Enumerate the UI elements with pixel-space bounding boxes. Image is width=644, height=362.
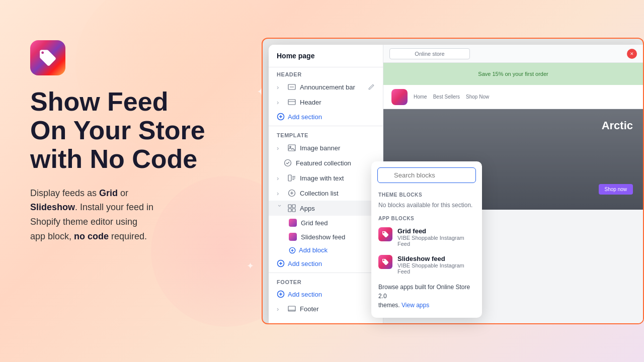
- template-add-section-btn[interactable]: Add section: [269, 256, 383, 270]
- footer-add-section-label: Add section: [288, 291, 322, 298]
- store-nav-links: Home Best Sellers Shop Now: [414, 94, 489, 100]
- tag-icon-slideshow: [381, 258, 389, 266]
- header-label: Header: [300, 99, 375, 106]
- footer-icon: [288, 305, 296, 313]
- grid-feed-app-icon: [289, 219, 297, 227]
- sidebar-item-header[interactable]: › Header: [269, 95, 383, 110]
- bold-no-code: no code: [74, 231, 109, 241]
- sidebar-home-page: Home page: [269, 45, 383, 67]
- collection-list-label: Collection list: [300, 190, 375, 197]
- slideshow-feed-app-icon: [289, 233, 297, 241]
- plus-icon-header: [277, 113, 285, 121]
- dropdown-grid-feed-item[interactable]: Grid feed VIBE Shoppable Instagram Feed: [371, 223, 482, 251]
- svg-point-8: [290, 146, 291, 147]
- chevron-down-icon: ›: [277, 205, 284, 212]
- plus-icon-template: [277, 259, 285, 267]
- footer-add-section-btn[interactable]: Add section: [269, 287, 383, 301]
- sidebar-nested-slideshow-feed[interactable]: Slideshow feed: [269, 230, 383, 244]
- sidebar-item-image-banner[interactable]: › Image banner: [269, 140, 383, 155]
- dropdown-slideshow-feed-info: Slideshow feed VIBE Shoppable Instagram …: [397, 255, 475, 275]
- app-icon: [30, 40, 65, 75]
- dropdown-grid-feed-name: Grid feed: [397, 227, 475, 235]
- preview-close-btn[interactable]: ✕: [627, 49, 637, 59]
- section-label-header: Header: [269, 67, 383, 79]
- view-apps-link[interactable]: View apps: [401, 302, 429, 309]
- tag-icon-grid: [381, 230, 389, 238]
- header-add-section-label: Add section: [288, 113, 322, 121]
- search-input-wrap: [371, 161, 482, 189]
- chevron-right-icon-3: ›: [277, 144, 284, 151]
- svg-rect-17: [288, 205, 291, 208]
- image-banner-label: Image banner: [300, 144, 375, 152]
- nav-best-sellers: Best Sellers: [433, 94, 460, 100]
- left-panel: Show FeedOn Your Storewith No Code Displ…: [30, 40, 262, 244]
- store-banner: Save 15% on your first order: [383, 63, 643, 85]
- dropdown-grid-feed-sub: VIBE Shoppable Instagram Feed: [397, 235, 475, 247]
- preview-url-bar: Online store: [389, 48, 470, 59]
- add-block-label: Add block: [299, 246, 328, 254]
- template-add-section-label: Add section: [288, 260, 322, 267]
- dropdown-slideshow-feed-name: Slideshow feed: [397, 255, 475, 262]
- browser-area: Home page Header › Announcement bar ›: [262, 38, 644, 324]
- sidebar-item-apps[interactable]: › Apps: [269, 201, 383, 216]
- edit-icon[interactable]: [368, 83, 375, 90]
- bold-slideshow: Slideshow: [30, 202, 75, 212]
- theme-blocks-title: THEME BLOCKS: [371, 189, 482, 200]
- dropdown-grid-feed-info: Grid feed VIBE Shoppable Instagram Feed: [397, 227, 475, 247]
- store-cta-btn[interactable]: Shop now: [599, 184, 633, 195]
- store-hero-title: Arctic: [602, 119, 633, 132]
- bold-grid: Grid: [99, 188, 118, 198]
- plus-icon-footer: [277, 290, 285, 298]
- main-description: Display feeds as Grid or Slideshow. Inst…: [30, 186, 226, 244]
- sparkle-3: ✦: [247, 260, 254, 272]
- section-label-template: Template: [269, 128, 383, 140]
- store-logo: [391, 89, 408, 105]
- search-blocks-dropdown: THEME BLOCKS No blocks available for thi…: [371, 161, 482, 318]
- dropdown-browse-text: Browse apps built for Online Store 2.0th…: [371, 279, 482, 312]
- dropdown-slideshow-feed-item[interactable]: Slideshow feed VIBE Shoppable Instagram …: [371, 251, 482, 279]
- announcement-bar-icon: [288, 83, 296, 91]
- chevron-right-icon-2: ›: [277, 99, 284, 106]
- divider-2: [269, 273, 383, 273]
- main-headline: Show FeedOn Your Storewith No Code: [30, 87, 262, 174]
- announcement-bar-label: Announcement bar: [300, 83, 364, 91]
- collection-list-icon: [288, 189, 296, 197]
- search-blocks-input[interactable]: [377, 167, 476, 183]
- sidebar-nested-grid-feed[interactable]: Grid feed: [269, 216, 383, 230]
- add-block-button[interactable]: Add block: [269, 244, 383, 256]
- chevron-right-icon: ›: [277, 83, 284, 90]
- sidebar-item-featured-collection[interactable]: Featured collection: [269, 155, 383, 170]
- slideshow-feed-nested-label: Slideshow feed: [301, 233, 345, 241]
- chevron-right-icon-4: ›: [277, 174, 284, 182]
- header-add-section-btn[interactable]: Add section: [269, 110, 383, 124]
- dropdown-grid-feed-icon: [378, 227, 392, 241]
- dropdown-slideshow-feed-sub: VIBE Shoppable Instagram Feed: [397, 262, 475, 275]
- featured-collection-label: Featured collection: [296, 159, 375, 167]
- apps-label: Apps: [300, 205, 375, 212]
- svg-rect-19: [288, 209, 291, 212]
- featured-collection-icon: [284, 159, 292, 167]
- svg-rect-2: [288, 100, 295, 105]
- editor-sidebar: Home page Header › Announcement bar ›: [269, 45, 383, 323]
- header-icon: [288, 98, 296, 106]
- image-with-text-label: Image with text: [300, 174, 375, 182]
- plus-icon-block: [289, 247, 296, 254]
- store-nav: Home Best Sellers Shop Now: [383, 85, 643, 109]
- footer-label: Footer: [300, 305, 375, 313]
- sidebar-item-image-with-text[interactable]: › Image with text: [269, 170, 383, 186]
- dropdown-slideshow-feed-icon: [378, 255, 392, 269]
- chevron-right-icon-5: ›: [277, 190, 284, 197]
- price-tag-icon: [38, 48, 57, 67]
- divider-1: [269, 126, 383, 126]
- theme-blocks-empty-msg: No blocks available for this section.: [371, 200, 482, 213]
- chevron-right-icon-footer: ›: [277, 305, 284, 312]
- app-blocks-title: APP BLOCKS: [371, 213, 482, 223]
- apps-icon: [288, 204, 296, 212]
- sidebar-item-footer[interactable]: › Footer: [269, 301, 383, 316]
- sidebar-item-collection-list[interactable]: › Collection list: [269, 186, 383, 201]
- sidebar-item-announcement-bar[interactable]: › Announcement bar: [269, 79, 383, 95]
- svg-rect-20: [292, 209, 295, 212]
- nav-home: Home: [414, 94, 427, 100]
- image-banner-icon: [288, 144, 296, 152]
- svg-rect-10: [288, 175, 291, 181]
